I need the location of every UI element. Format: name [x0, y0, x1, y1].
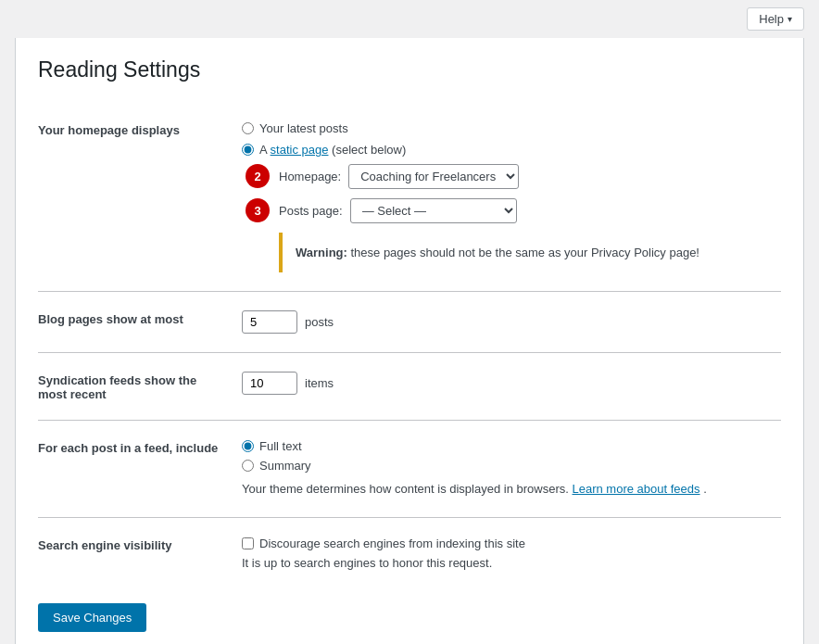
- syndication-control: items: [242, 372, 781, 395]
- latest-posts-label: Your latest posts: [259, 121, 348, 135]
- latest-posts-option: Your latest posts: [242, 121, 781, 135]
- syndication-input-row: items: [242, 372, 781, 395]
- blog-pages-label: Blog pages show at most: [38, 310, 242, 326]
- feed-include-control: Full text Summary Your theme determines …: [242, 439, 781, 499]
- divider1: [38, 291, 781, 292]
- discourage-search-checkbox[interactable]: [242, 537, 254, 549]
- blog-pages-suffix: posts: [305, 315, 334, 329]
- homepage-displays-label: Your homepage displays: [38, 121, 242, 137]
- static-page-link[interactable]: static page: [271, 143, 329, 157]
- help-button[interactable]: Help ▾: [747, 7, 804, 31]
- posts-page-select[interactable]: — Select — Blog News Articles: [350, 198, 517, 223]
- summary-option: Summary: [242, 459, 781, 473]
- blog-pages-input-row: posts: [242, 310, 781, 334]
- summary-label: Summary: [259, 459, 311, 473]
- page-title: Reading Settings: [38, 57, 781, 84]
- blog-pages-row: Blog pages show at most posts: [38, 296, 781, 348]
- step2-badge: 2: [246, 164, 270, 188]
- feed-options: Full text Summary: [242, 439, 781, 473]
- blog-pages-input[interactable]: [242, 310, 297, 334]
- warning-box: Warning: these pages should not be the s…: [279, 233, 781, 273]
- divider4: [38, 517, 781, 518]
- search-visibility-control: Discourage search engines from indexing …: [242, 537, 781, 570]
- posts-page-select-label: Posts page:: [279, 204, 343, 218]
- homepage-select[interactable]: Coaching for Freelancers About Contact B…: [348, 164, 519, 189]
- feed-description: Your theme determines how content is dis…: [242, 480, 781, 499]
- static-page-label: A static page (select below): [259, 143, 406, 157]
- static-page-radio[interactable]: [242, 144, 254, 156]
- search-visibility-checkbox-row: Discourage search engines from indexing …: [242, 537, 781, 550]
- discourage-search-label: Discourage search engines from indexing …: [259, 537, 525, 550]
- chevron-down-icon: ▾: [788, 14, 792, 24]
- warning-prefix: Warning:: [296, 246, 347, 259]
- latest-posts-radio[interactable]: [242, 122, 254, 134]
- full-text-option: Full text: [242, 439, 781, 453]
- homepage-select-label: Homepage:: [279, 170, 341, 183]
- syndication-input[interactable]: [242, 372, 297, 395]
- homepage-displays-control: Your latest posts A static page (select …: [242, 121, 781, 273]
- summary-radio[interactable]: [242, 460, 254, 472]
- homepage-select-row: 2 Homepage: Coaching for Freelancers Abo…: [279, 164, 781, 189]
- feed-include-label: For each post in a feed, include: [38, 439, 242, 455]
- search-engine-note: It is up to search engines to honor this…: [242, 556, 781, 570]
- warning-text: these pages should not be the same as yo…: [350, 246, 699, 259]
- step3-badge: 3: [246, 198, 270, 222]
- save-changes-button[interactable]: Save Changes: [38, 603, 146, 632]
- main-content: Reading Settings Your homepage displays …: [15, 38, 804, 644]
- blog-pages-control: posts: [242, 310, 781, 334]
- posts-page-select-row: 3 Posts page: — Select — Blog News Artic…: [279, 198, 781, 223]
- divider2: [38, 352, 781, 353]
- search-visibility-row: Search engine visibility Discourage sear…: [38, 522, 781, 585]
- full-text-label: Full text: [259, 439, 302, 453]
- full-text-radio[interactable]: [242, 440, 254, 452]
- search-visibility-label: Search engine visibility: [38, 537, 242, 552]
- syndication-row: Syndication feeds show the most recent i…: [38, 357, 781, 416]
- static-page-option: A static page (select below): [242, 143, 781, 157]
- feed-include-row: For each post in a feed, include Full te…: [38, 424, 781, 513]
- syndication-suffix: items: [305, 376, 334, 390]
- learn-more-feeds-link[interactable]: Learn more about feeds: [573, 482, 700, 496]
- help-label: Help: [759, 12, 784, 26]
- homepage-displays-row: Your homepage displays Your latest posts…: [38, 107, 781, 288]
- sub-options-container: 2 Homepage: Coaching for Freelancers Abo…: [279, 164, 781, 273]
- divider3: [38, 420, 781, 421]
- syndication-label: Syndication feeds show the most recent: [38, 372, 242, 401]
